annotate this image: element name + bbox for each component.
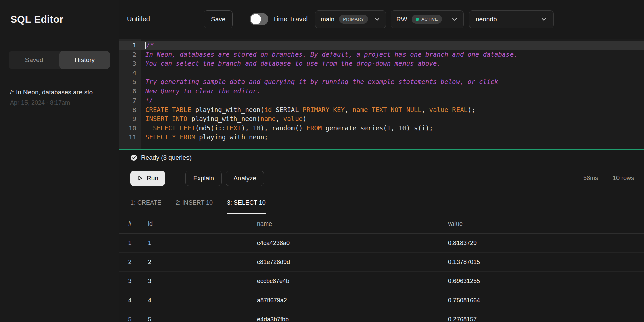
sidebar-tab-saved[interactable]: Saved: [9, 51, 59, 69]
result-tab-1[interactable]: 1: CREATE: [130, 191, 161, 214]
database-dropdown[interactable]: neondb: [469, 10, 554, 28]
code-token: playing_with_neon(: [187, 115, 260, 122]
topbar: Untitled Save Time Travel main PRIMARY R…: [119, 0, 644, 39]
code-area: 1/*2In Neon, databases are stored on bra…: [119, 41, 644, 142]
code-line: 4: [119, 68, 644, 78]
table-cell: 0.8183729: [441, 240, 644, 247]
table-row[interactable]: 11c4ca4238a00.8183729: [119, 234, 644, 253]
code-token: LEFT: [180, 124, 195, 132]
table-header-row: #idnamevalue: [119, 214, 644, 234]
code-line: 1/*: [119, 41, 644, 50]
code-line: 3You can select the branch and database …: [119, 59, 644, 68]
segmented-control: SavedHistory: [9, 51, 110, 69]
branch-name: main: [321, 16, 334, 23]
code-token: SELECT: [145, 133, 168, 141]
saved-history-switcher: SavedHistory: [0, 39, 119, 81]
code-line: 9INSERT INTO playing_with_neon(name, val…: [119, 114, 644, 124]
query-name[interactable]: Untitled: [127, 15, 159, 23]
table-cell: e4da3b7fbb: [250, 316, 441, 322]
code-token: ) s(i);: [406, 124, 433, 132]
code-editor[interactable]: 1/*2In Neon, databases are stored on bra…: [119, 39, 644, 149]
code-token: ,: [422, 106, 429, 113]
code-token: 1: [387, 124, 391, 132]
table-cell: 2: [141, 259, 250, 266]
table-cell: 4: [119, 291, 141, 310]
history-snippet: /* In Neon, databases are sto...: [10, 89, 109, 96]
history-item[interactable]: /* In Neon, databases are sto...Apr 15, …: [0, 81, 119, 114]
table-cell: 1: [119, 234, 141, 252]
code-token: );: [468, 106, 475, 113]
line-number: 8: [119, 105, 141, 115]
table-row[interactable]: 22c81e728d9d0.13787015: [119, 253, 644, 272]
line-number: 5: [119, 77, 141, 87]
result-tab-2[interactable]: 2: INSERT 10: [176, 191, 213, 214]
code-token: ,: [345, 106, 353, 113]
line-number: 9: [119, 114, 141, 124]
run-button[interactable]: Run: [130, 171, 165, 186]
code-token: value: [283, 115, 303, 122]
code-line: 6New Query to clear the editor.: [119, 87, 644, 96]
column-header-id: id: [141, 220, 250, 228]
chevron-down-icon: [374, 16, 380, 22]
code-text: New Query to clear the editor.: [141, 87, 260, 96]
code-token: generate_series(: [322, 124, 387, 132]
code-token: SELECT: [153, 124, 176, 132]
table-row[interactable]: 44a87ff679a20.75081664: [119, 291, 644, 310]
status-row: Ready (3 queries): [119, 150, 644, 165]
code-token: In Neon, databases are stored on branche…: [145, 51, 518, 58]
text-cursor: [145, 42, 146, 49]
code-token: PRIMARY KEY: [303, 106, 345, 113]
database-name: neondb: [476, 16, 497, 23]
line-number: 6: [119, 87, 141, 96]
code-token: FROM: [307, 124, 322, 132]
check-circle-icon: [130, 154, 137, 161]
line-number: 1: [119, 41, 141, 50]
topbar-divider: [240, 0, 240, 39]
branch-dropdown[interactable]: main PRIMARY: [315, 10, 386, 28]
table-cell: 5: [119, 310, 141, 322]
table-cell: 3: [119, 272, 141, 291]
analyze-button[interactable]: Analyze: [226, 171, 264, 186]
code-text: SELECT LEFT(md5(i::TEXT), 10), random() …: [141, 124, 433, 133]
result-tabs: 1: CREATE2: INSERT 103: SELECT 10: [119, 191, 644, 214]
main-panel: Untitled Save Time Travel main PRIMARY R…: [119, 0, 644, 322]
time-travel-label: Time Travel: [273, 15, 308, 23]
result-tab-3[interactable]: 3: SELECT 10: [227, 191, 266, 214]
table-cell: c81e728d9d: [250, 259, 441, 266]
column-header-num: #: [119, 214, 141, 233]
code-token: (md5(i::: [195, 124, 226, 132]
table-cell: a87ff679a2: [250, 297, 441, 304]
code-token: TEXT: [226, 124, 241, 132]
table-row[interactable]: 55e4da3b7fbb0.2768157: [119, 310, 644, 322]
sidebar-tab-history[interactable]: History: [59, 51, 110, 69]
code-text: You can select the branch and database t…: [141, 59, 441, 68]
code-line: 7*/: [119, 96, 644, 105]
explain-button[interactable]: Explain: [185, 171, 222, 186]
history-date: Apr 15, 2024 - 8:17am: [10, 99, 109, 106]
chevron-down-icon: [541, 16, 547, 22]
code-token: ),: [241, 124, 253, 132]
save-button[interactable]: Save: [204, 10, 233, 28]
endpoint-label: RW: [396, 16, 407, 23]
actions-divider: [175, 171, 175, 186]
code-token: ,: [276, 115, 283, 122]
line-number: 3: [119, 59, 141, 68]
code-token: 10: [398, 124, 406, 132]
play-icon: [137, 175, 143, 181]
code-token: id: [264, 106, 272, 113]
line-number: 11: [119, 133, 141, 142]
time-travel-toggle[interactable]: [250, 13, 268, 25]
code-text: [141, 68, 145, 78]
code-token: */: [145, 96, 153, 104]
code-token: [145, 124, 153, 132]
code-token: REAL: [452, 106, 468, 113]
table-row[interactable]: 33eccbc87e4b0.69631255: [119, 272, 644, 291]
active-dot-icon: [416, 18, 419, 21]
column-header-value: value: [441, 220, 644, 228]
table-cell: 2: [119, 253, 141, 271]
chevron-down-icon: [451, 16, 458, 22]
code-line: 10 SELECT LEFT(md5(i::TEXT), 10), random…: [119, 124, 644, 133]
code-token: ): [303, 115, 306, 122]
table-cell: 3: [141, 278, 250, 285]
compute-dropdown[interactable]: RW ACTIVE: [391, 10, 464, 28]
